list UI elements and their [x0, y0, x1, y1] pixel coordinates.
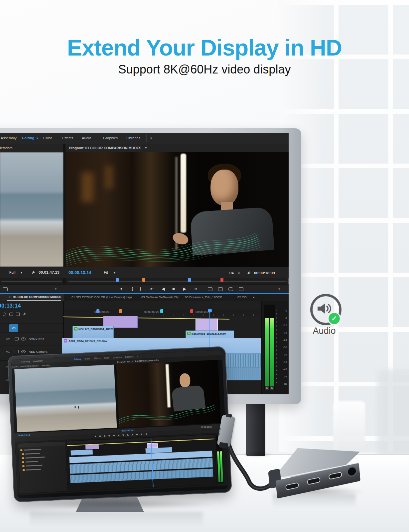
tab-color[interactable]: Color	[43, 136, 52, 140]
audio-jack-port[interactable]	[346, 466, 357, 477]
mark-out-icon[interactable]: }	[140, 286, 141, 291]
v2-visibility-eye-icon[interactable]	[21, 337, 26, 340]
track-header-v2[interactable]: V2 SONY FS7	[0, 332, 63, 345]
bookshelf-glow	[81, 172, 93, 202]
add-marker-icon[interactable]: ▼	[120, 287, 123, 291]
scrub-marker-blue2[interactable]	[188, 278, 191, 282]
timeline-marker-red[interactable]	[190, 309, 193, 313]
meter-housing: S S	[264, 305, 275, 390]
tab-effects[interactable]: Effects	[62, 136, 73, 140]
fx-badge-purple: fx	[64, 339, 67, 342]
playhead-head[interactable]	[208, 309, 212, 312]
sequence-overflow-icon[interactable]: »	[253, 295, 254, 299]
v1-track-name: RED Camera	[29, 350, 48, 353]
meter-scale-12: -12	[283, 324, 287, 327]
v1-visibility-eye-icon[interactable]	[21, 350, 26, 353]
scrub-marker-orange[interactable]	[142, 278, 145, 282]
step-back-icon[interactable]: ◀	[162, 286, 165, 291]
program-scrub-bar[interactable]	[68, 281, 287, 282]
workspace-overflow-icon[interactable]: »	[150, 136, 152, 140]
clip-no-lut[interactable]: fx NO LUT_B157R004_180213	[72, 326, 114, 338]
extract-icon[interactable]	[218, 287, 223, 291]
tab-libraries[interactable]: Libraries	[126, 136, 140, 140]
export-frame-icon[interactable]	[228, 287, 233, 291]
meter-bar-right	[270, 318, 274, 388]
program-add-button[interactable]: +	[278, 286, 281, 291]
tablet-device: Learning Assembly Editing Color Effects …	[7, 346, 232, 502]
track-header-v3[interactable]: V3	[0, 323, 63, 333]
tab-assembly[interactable]: Assembly	[1, 136, 17, 140]
timeline-tool-3[interactable]	[16, 313, 20, 316]
usb-c-port-3[interactable]	[329, 472, 342, 480]
playback-resolution-select[interactable]: 1/4	[229, 271, 234, 275]
tab-graphics[interactable]: Graphics	[103, 136, 118, 140]
source-zoom-dropdown-icon[interactable]: ▾	[21, 270, 22, 274]
solo-button-right[interactable]: S	[270, 386, 274, 390]
program-panel-header: Program: 01 COLOR COMPARISON MODES ≡	[66, 144, 289, 152]
timeline-marker-blue[interactable]	[96, 309, 99, 313]
workspace-tab-bar: Assembly Editing ≡ Color Effects Audio G…	[0, 133, 289, 144]
sequence-tab-label[interactable]: 01 COLOR COMPARISON MODES	[13, 295, 61, 299]
sequence-menu-icon[interactable]: ≡	[58, 295, 60, 299]
tablet-screen: Learning Assembly Editing Color Effects …	[11, 350, 228, 498]
timeline-marker-orange[interactable]	[119, 309, 122, 313]
source-add-button[interactable]: +	[55, 286, 57, 291]
metadata-panel-label[interactable]: Metadata	[0, 146, 13, 150]
close-sequence-icon[interactable]: ×	[9, 295, 11, 299]
tab-editing[interactable]: Editing	[22, 136, 34, 140]
mark-in-icon[interactable]: {	[132, 286, 133, 291]
timeline-tool-2[interactable]	[9, 313, 13, 316]
v2-track-name: SONY FS7	[29, 337, 44, 341]
v1-sync-lock-icon[interactable]	[15, 350, 19, 353]
v1-track-id[interactable]: V1	[6, 350, 10, 353]
timeline-wrench-icon[interactable]	[23, 312, 26, 316]
v2-track-id[interactable]: V2	[6, 337, 10, 341]
tablet-shadow	[23, 499, 216, 509]
source-zoom-select[interactable]: Full	[9, 270, 16, 274]
usb-c-port-1[interactable]	[285, 482, 299, 490]
program-timecode[interactable]: 00:00:13:14	[68, 270, 91, 275]
program-duration: 00:00:18:09	[254, 271, 275, 275]
timeline-marker-cyan[interactable]	[160, 309, 163, 313]
tab-bar-divider	[146, 134, 147, 142]
program-fit-select[interactable]: Fit	[104, 270, 108, 274]
editing-tab-menu-icon[interactable]: ≡	[37, 136, 39, 140]
desk-reflection-tablet	[30, 512, 203, 527]
meter-scale-24: -24	[283, 338, 287, 341]
program-fit-dropdown-icon[interactable]: ▾	[114, 270, 115, 274]
timeline-playhead-timecode[interactable]: 00:00:13:14	[0, 303, 21, 309]
usb-c-port-2[interactable]	[307, 477, 321, 485]
meter-scale-db: dB	[284, 382, 287, 385]
v3-target-button[interactable]: V3	[9, 324, 18, 332]
go-to-out-icon[interactable]: ⇥	[194, 286, 197, 291]
source-settings-wrench-icon[interactable]	[31, 270, 35, 274]
program-settings-wrench-icon[interactable]	[247, 271, 251, 275]
solo-button-left[interactable]: S	[265, 386, 269, 390]
sequence-tab-4[interactable]: 02 COl	[237, 295, 247, 299]
scrub-marker-red[interactable]	[220, 278, 223, 282]
timeline-tool-1[interactable]	[3, 313, 6, 316]
source-scrub-bar[interactable]	[1, 281, 62, 282]
lift-icon[interactable]	[208, 287, 212, 291]
comparison-view-icon[interactable]	[239, 287, 243, 291]
desk-reflection-hub	[273, 494, 356, 507]
sequence-tab-active[interactable]: × 01 COLOR COMPARISON MODES ≡	[0, 294, 64, 301]
sequence-tab-2[interactable]: 03 DeNoise DeReverb Clip	[141, 295, 179, 299]
source-export-frame-icon[interactable]	[3, 287, 8, 291]
resolution-dropdown-icon[interactable]: ▾	[238, 271, 240, 275]
tab-audio[interactable]: Audio	[82, 136, 91, 140]
program-video-scene	[66, 152, 289, 267]
source-timecode[interactable]: 00:01:47:13	[39, 270, 60, 274]
scrub-marker-blue[interactable]	[116, 278, 119, 282]
program-panel-menu-icon[interactable]: ≡	[145, 146, 147, 150]
v2-sync-lock-icon[interactable]	[15, 337, 19, 340]
sequence-tab-1[interactable]: 01 SELECTIVE COLOR (Hue Curves) clips	[71, 295, 132, 299]
stop-icon[interactable]: ■	[172, 286, 175, 291]
page-subtitle: Support 8K@60Hz video display	[0, 63, 409, 76]
go-to-in-icon[interactable]: ⇤	[150, 286, 154, 291]
sequence-tab-3[interactable]: 00 Dreamers_Edit_180831	[185, 295, 223, 299]
program-panel-title: Program: 01 COLOR COMPARISON MODES	[69, 146, 141, 150]
tablet-screen-glare	[11, 350, 228, 498]
clip-b157-label: B157R004_18021313.mov	[192, 332, 226, 335]
step-forward-icon[interactable]: ▶	[183, 286, 186, 291]
